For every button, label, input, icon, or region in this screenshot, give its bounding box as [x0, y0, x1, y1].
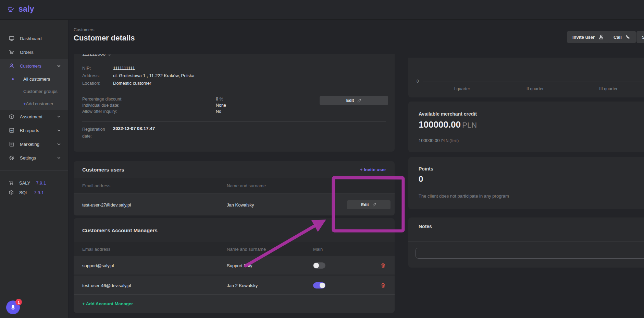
notes-title: Notes [419, 224, 432, 229]
invite-user-link[interactable]: + Invite user [360, 167, 386, 172]
sidebar-item-label: BI reports [20, 128, 39, 133]
cart-icon [9, 180, 14, 186]
sidebar-item-marketing[interactable]: Marketing [0, 137, 68, 151]
section-title: Customer's Account Managers [82, 227, 158, 233]
manager-email: support@saly.pl [82, 263, 114, 268]
cube-icon [9, 190, 14, 195]
col-name: Name and surname [227, 247, 266, 252]
credit-currency: PLN [462, 121, 477, 129]
table-row: test-user-46@dev.saly.pl Jan 2 Kowalsky [74, 276, 395, 294]
chevron-down-icon[interactable] [57, 114, 61, 119]
quarterly-chart-card: 0 I quarter II quarter III quarter [408, 58, 644, 97]
chevron-down-icon[interactable] [57, 128, 61, 133]
axis-zero-tick: 0 [417, 79, 419, 84]
delete-manager-icon[interactable] [380, 282, 386, 288]
pencil-icon [357, 98, 361, 103]
version-saly: SALY 7.9.1 [0, 178, 68, 188]
sidebar-item-customers[interactable]: Customers [0, 59, 68, 73]
notifications-button[interactable]: 1 [6, 301, 20, 314]
points-card: Points 0 The client does not participate… [408, 157, 644, 209]
registration-label: Registration [82, 127, 105, 132]
section-title: Customers users [82, 167, 124, 173]
main-content: Customers Customer details Invite user C… [69, 20, 644, 318]
person-add-icon [598, 34, 604, 40]
phone-icon [625, 34, 631, 40]
table-header: Email address Name and surname Main [74, 242, 395, 256]
edit-discount-button[interactable]: Edit [320, 96, 388, 105]
delete-manager-icon[interactable] [380, 262, 386, 268]
sidebar-item-label: Dashboard [20, 36, 42, 41]
sidebar-item-bi-reports[interactable]: Bi BI reports [0, 123, 68, 137]
col-main: Main [313, 247, 323, 252]
manager-name: Support Saly [227, 263, 252, 268]
app-logo-text: saly [18, 4, 34, 14]
points-title: Points [419, 166, 433, 172]
call-button[interactable]: Call [608, 31, 636, 43]
phone-number-link[interactable]: 111222000 [82, 54, 113, 57]
sidebar-item-label: Orders [20, 50, 34, 55]
main-toggle-off[interactable] [313, 262, 325, 269]
invite-user-button[interactable]: Invite user [567, 31, 610, 43]
sidebar-item-dashboard[interactable]: Dashboard [0, 32, 68, 45]
notes-input[interactable] [415, 248, 644, 259]
app-logo[interactable]: saly [8, 4, 34, 14]
sidebar-item-all-customers[interactable]: All customers [0, 73, 68, 85]
customers-users-card: Customers users + Invite user Email addr… [74, 161, 395, 215]
manager-name: Jan 2 Kowalsky [227, 283, 258, 288]
sidebar-item-assortment[interactable]: Assortment [0, 110, 68, 123]
location-value: Domestic customer [113, 80, 151, 87]
offer-inquiry-value: No [216, 108, 221, 115]
breadcrumb: Customers [74, 27, 94, 32]
sidebar-divider [0, 170, 68, 170]
sidebar-item-add-customer[interactable]: + Add customer [0, 97, 68, 110]
registration-row: Registrationdate: 2022-12-07 08:17:47 [82, 126, 155, 140]
table-row: support@saly.pl Support Saly [74, 256, 395, 274]
sidebar-item-settings[interactable]: Settings [0, 151, 68, 165]
nip-value: 1111111111 [113, 64, 135, 72]
chevron-down-icon[interactable] [57, 155, 61, 160]
nip-label: NIP: [82, 64, 113, 72]
x-tick-q2: II quarter [527, 86, 544, 91]
credit-title: Available merchant credit [419, 111, 477, 117]
add-account-manager-link[interactable]: + Add Account Manager [82, 301, 133, 306]
sidebar-item-customer-groups[interactable]: Customer groups [0, 85, 68, 97]
bell-icon [10, 304, 16, 310]
due-date-value: None [216, 102, 226, 108]
sidebar-item-orders[interactable]: Orders [0, 45, 68, 59]
main-toggle-on[interactable] [313, 282, 325, 288]
saly-logo-icon [8, 5, 16, 13]
cart-icon [9, 49, 15, 55]
monitor-icon [9, 35, 15, 42]
sidebar-item-label: Settings [20, 155, 36, 161]
address-label: Address: [82, 72, 113, 80]
x-tick-q3: III quarter [599, 86, 618, 91]
chevron-down-icon[interactable] [57, 63, 61, 68]
edit-user-button[interactable]: Edit [347, 200, 391, 209]
sidebar-item-label: Add customer [26, 101, 53, 106]
card-divider [82, 121, 386, 122]
customer-info-fields: NIP:1111111111 Address:ul. Grotestowa 1 … [82, 64, 195, 87]
version-name: SQL [19, 190, 28, 195]
due-date-label: Individual due date: [82, 102, 216, 108]
notification-badge: 1 [15, 299, 22, 305]
top-bar: saly [0, 0, 644, 20]
chevron-down-icon[interactable] [57, 142, 61, 146]
points-note: The client does not participate in any p… [419, 193, 509, 199]
chart-axis-line [423, 82, 644, 82]
card-divider [408, 242, 644, 242]
credit-limit-suffix: PLN (limit) [441, 139, 459, 143]
add-manager-row: + Add Account Manager [74, 294, 395, 313]
document-icon [9, 141, 15, 147]
active-dot [12, 78, 14, 80]
credit-amount: 100000.00 [419, 119, 461, 130]
gear-icon [9, 155, 15, 161]
customer-details-card: 111222000 NIP:1111111111 Address:ul. Gro… [74, 54, 395, 152]
pencil-icon [372, 202, 376, 207]
cut-off-button[interactable]: S [636, 31, 644, 43]
sidebar-item-label: Customers [20, 63, 41, 69]
version-number: 7.9.1 [36, 180, 46, 186]
version-name: SALY [19, 180, 30, 186]
col-name: Name and surname [227, 183, 266, 188]
version-sql: SQL 7.9.1 [0, 188, 68, 197]
user-name: Jan Kowalsky [227, 202, 254, 207]
